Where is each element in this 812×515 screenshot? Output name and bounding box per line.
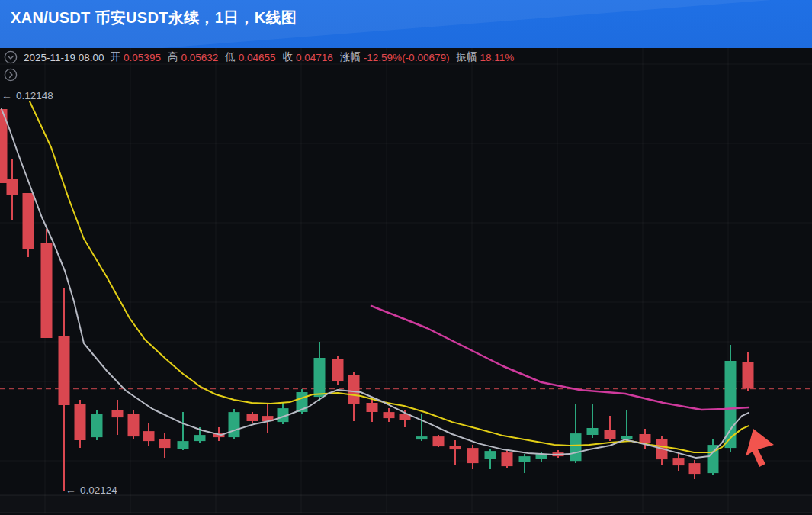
ohlc-field-label: 开 <box>111 50 121 64</box>
ohlc-field: 涨幅-12.59%(-0.00679) <box>340 50 450 64</box>
legend-collapse-chevron-right-icon[interactable] <box>4 68 18 82</box>
window-title-bar: XAN/USDT 币安USDT永续，1日，K线图 <box>0 0 812 48</box>
ohlc-field-value: 0.05395 <box>124 52 161 63</box>
range-low-value: 0.02124 <box>80 484 117 496</box>
bar-datetime: 2025-11-19 08:00 <box>24 52 104 63</box>
ohlc-field-label: 收 <box>283 50 294 64</box>
ohlc-fields: 开0.05395高0.05632低0.04655收0.04716涨幅-12.59… <box>111 50 515 64</box>
ohlc-field-value: -12.59%(-0.00679) <box>364 52 450 63</box>
ohlc-field-label: 高 <box>168 50 178 64</box>
range-low-marker: ← 0.02124 <box>66 484 117 496</box>
legend-collapse-chevron-down-icon[interactable] <box>4 50 18 64</box>
ohlc-field: 开0.05395 <box>111 50 161 64</box>
ohlc-field-label: 低 <box>225 50 236 64</box>
ohlc-field-value: 0.04655 <box>239 52 276 63</box>
ohlc-field-label: 涨幅 <box>340 50 361 64</box>
ohlc-field: 低0.04655 <box>225 50 275 64</box>
chart-title: XAN/USDT 币安USDT永续，1日，K线图 <box>11 8 297 28</box>
trading-chart-window: XAN/USDT 币安USDT永续，1日，K线图 2025-11-19 08:0… <box>0 0 812 515</box>
left-arrow-icon: ← <box>66 484 76 496</box>
left-arrow-icon: ← <box>2 89 12 101</box>
ohlc-field: 收0.04716 <box>283 50 333 64</box>
ohlc-field: 振幅18.11% <box>456 50 514 64</box>
candlestick-chart-canvas[interactable] <box>0 48 812 515</box>
ohlc-field-label: 振幅 <box>456 50 477 64</box>
ohlc-field-value: 0.05632 <box>181 52 218 63</box>
ohlc-field: 高0.05632 <box>168 50 218 64</box>
ohlc-field-value: 0.04716 <box>296 52 333 63</box>
range-high-marker: ← 0.12148 <box>2 89 53 101</box>
chart-area[interactable]: 2025-11-19 08:00 开0.05395高0.05632低0.0465… <box>0 48 812 515</box>
range-high-value: 0.12148 <box>16 90 53 101</box>
ohlc-legend: 2025-11-19 08:00 开0.05395高0.05632低0.0465… <box>4 50 514 64</box>
ohlc-field-value: 18.11% <box>480 52 514 63</box>
